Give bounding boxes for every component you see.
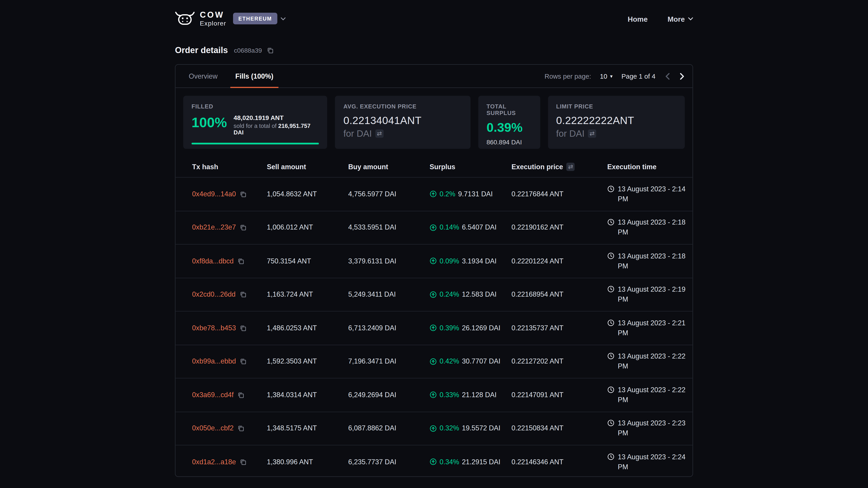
rows-per-page-value: 10 xyxy=(600,72,608,80)
tx-hash-link[interactable]: 0x2cd0...26dd xyxy=(192,291,236,298)
nav-home[interactable]: Home xyxy=(628,15,648,23)
table-row: 0x4ed9...14a0 1,054.8632 ANT 4,756.5977 … xyxy=(176,177,692,211)
surplus-percent: 0.32% xyxy=(439,424,459,432)
execution-price-cell: 0.22135737 ANT xyxy=(512,324,608,332)
limit-price-number: 0.22222222 xyxy=(556,115,613,126)
title-row: Order details c0688a39 xyxy=(175,45,693,55)
clock-icon xyxy=(608,219,615,226)
tx-hash-cell: 0x4ed9...14a0 xyxy=(192,190,267,198)
limit-price-label: LIMIT PRICE xyxy=(556,103,676,109)
avg-price-quote: for DAI ⇄ xyxy=(343,128,462,139)
page-title: Order details xyxy=(175,45,228,55)
cow-explorer-logo[interactable]: COW Explorer xyxy=(175,11,226,27)
network-badge[interactable]: ETHEREUM xyxy=(233,13,277,25)
tx-hash-link[interactable]: 0xbe78...b453 xyxy=(192,324,236,332)
nav-more[interactable]: More xyxy=(668,15,693,23)
execution-time: 13 August 2023 - 2:18 PM xyxy=(618,251,692,271)
execution-time-cell: 13 August 2023 - 2:19 PM xyxy=(608,285,692,304)
copy-order-id-button[interactable] xyxy=(267,47,274,54)
surplus-up-arrow-icon xyxy=(430,191,437,198)
table-row: 0x2cd0...26dd 1,163.724 ANT 5,249.3411 D… xyxy=(176,278,692,312)
tx-hash-cell: 0xbe78...b453 xyxy=(192,324,267,332)
tab-overview[interactable]: Overview xyxy=(184,65,223,88)
swap-icon[interactable]: ⇄ xyxy=(375,129,383,138)
rows-per-page-label: Rows per page: xyxy=(545,72,591,80)
execution-time: 13 August 2023 - 2:24 PM xyxy=(618,452,692,472)
surplus-percent: 0.2% xyxy=(439,190,455,198)
execution-time: 13 August 2023 - 2:14 PM xyxy=(618,184,692,204)
table-row: 0xb21e...23e7 1,006.012 ANT 4,533.5951 D… xyxy=(176,211,692,245)
execution-time-cell: 13 August 2023 - 2:18 PM xyxy=(608,251,692,271)
previous-page-button[interactable] xyxy=(665,73,670,79)
surplus-cell: 0.2% 9.7131 DAI xyxy=(430,190,511,198)
main-nav: Home More xyxy=(628,15,693,23)
tx-hash-link[interactable]: 0x3a69...cd4f xyxy=(192,391,234,399)
tx-hash-link[interactable]: 0xf8da...dbcd xyxy=(192,257,234,265)
network-chevron-down-icon[interactable] xyxy=(281,17,286,21)
tx-hash-link[interactable]: 0xb21e...23e7 xyxy=(192,224,236,231)
surplus-amount: 19.5572 DAI xyxy=(462,424,500,432)
surplus-amount: 9.7131 DAI xyxy=(458,190,493,198)
tx-hash-cell: 0xf8da...dbcd xyxy=(192,257,267,265)
execution-time-cell: 13 August 2023 - 2:14 PM xyxy=(608,184,692,204)
surplus-cell: 0.32% 19.5572 DAI xyxy=(430,424,511,432)
fill-progress-bar xyxy=(191,143,319,144)
tx-hash-cell: 0xb99a...ebbd xyxy=(192,358,267,365)
col-surplus: Surplus xyxy=(430,163,511,170)
surplus-percent: 0.34% xyxy=(439,458,459,466)
logo-title: COW xyxy=(200,11,226,20)
execution-time-cell: 13 August 2023 - 2:21 PM xyxy=(608,318,692,338)
filled-sold-text: sold for a total of 216,951.757 DAI xyxy=(234,122,319,135)
execution-time: 13 August 2023 - 2:22 PM xyxy=(618,385,692,405)
avg-price-token: ANT xyxy=(400,115,422,126)
copy-tx-hash-button[interactable] xyxy=(240,191,246,197)
rows-per-page-select[interactable]: 10 ▾ xyxy=(600,72,613,80)
copy-tx-hash-button[interactable] xyxy=(238,425,244,431)
surplus-up-arrow-icon xyxy=(430,224,437,231)
col-execution-price-wrap: Execution price ⇄ xyxy=(512,163,608,171)
execution-time-cell: 13 August 2023 - 2:24 PM xyxy=(608,452,692,472)
execution-price-cell: 0.22127202 ANT xyxy=(512,358,608,365)
surplus-percent: 0.14% xyxy=(439,224,459,231)
execution-price-cell: 0.22176844 ANT xyxy=(512,190,608,198)
clock-icon xyxy=(608,319,615,326)
surplus-cell: 0.42% 30.7707 DAI xyxy=(430,358,511,365)
execution-price-cell: 0.22190162 ANT xyxy=(512,224,608,231)
execution-time: 13 August 2023 - 2:21 PM xyxy=(618,318,692,338)
copy-tx-hash-button[interactable] xyxy=(240,224,246,231)
swap-price-direction-icon[interactable]: ⇄ xyxy=(566,163,575,171)
page-root: COW Explorer ETHEREUM Home More Order de… xyxy=(0,0,868,488)
pager xyxy=(665,73,684,79)
swap-icon[interactable]: ⇄ xyxy=(588,129,596,138)
surplus-up-arrow-icon xyxy=(430,324,437,332)
copy-tx-hash-button[interactable] xyxy=(238,392,244,398)
clock-icon xyxy=(608,386,615,393)
sell-amount-cell: 1,592.3503 ANT xyxy=(267,358,348,365)
avg-execution-price-card: AVG. EXECUTION PRICE 0.22134041ANT for D… xyxy=(335,96,471,149)
avg-price-number: 0.22134041 xyxy=(343,115,400,126)
top-header: COW Explorer ETHEREUM Home More xyxy=(175,0,693,38)
buy-amount-cell: 3,379.6131 DAI xyxy=(348,257,430,265)
tx-hash-link[interactable]: 0xd1a2...a18e xyxy=(192,458,236,466)
buy-amount-cell: 4,533.5951 DAI xyxy=(348,224,430,231)
copy-tx-hash-button[interactable] xyxy=(239,291,246,298)
tx-hash-cell: 0x050e...cbf2 xyxy=(192,424,267,432)
tx-hash-link[interactable]: 0x050e...cbf2 xyxy=(192,424,234,432)
surplus-cell: 0.39% 26.1269 DAI xyxy=(430,324,511,332)
copy-tx-hash-button[interactable] xyxy=(240,358,246,365)
buy-amount-cell: 6,235.7737 DAI xyxy=(348,458,430,466)
total-surplus-amount: 860.894 DAI xyxy=(487,139,532,145)
table-row: 0xb99a...ebbd 1,592.3503 ANT 7,196.3471 … xyxy=(176,345,692,379)
tx-hash-link[interactable]: 0xb99a...ebbd xyxy=(192,358,236,365)
tx-hash-cell: 0x2cd0...26dd xyxy=(192,291,267,298)
tab-fills[interactable]: Fills (100%) xyxy=(230,65,278,88)
next-page-button[interactable] xyxy=(680,73,684,79)
tx-hash-link[interactable]: 0x4ed9...14a0 xyxy=(192,190,236,198)
copy-tx-hash-button[interactable] xyxy=(240,325,246,331)
execution-time-cell: 13 August 2023 - 2:23 PM xyxy=(608,418,692,438)
copy-tx-hash-button[interactable] xyxy=(240,459,246,465)
copy-tx-hash-button[interactable] xyxy=(238,258,244,264)
clock-icon xyxy=(608,252,615,259)
surplus-up-arrow-icon xyxy=(430,425,437,432)
total-surplus-label: TOTAL SURPLUS xyxy=(487,103,532,116)
